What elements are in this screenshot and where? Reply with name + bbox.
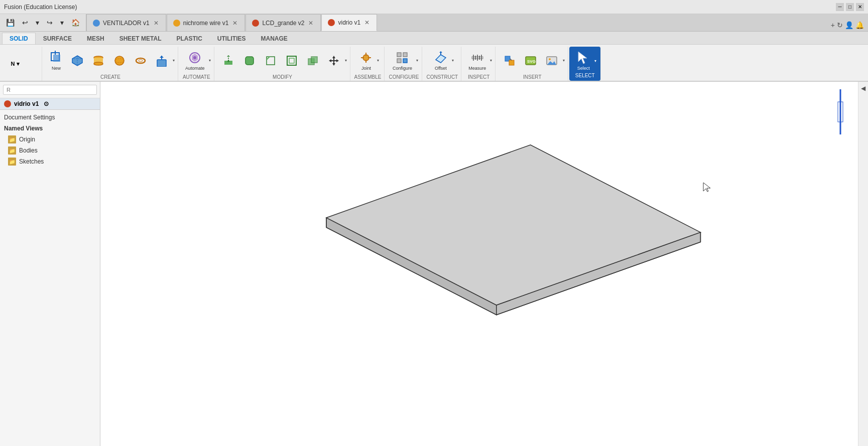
joint-icon: [359, 51, 373, 65]
construct-label: Offset: [435, 66, 447, 71]
ribbon-group-assemble: Joint ▾ ASSEMBLE: [351, 47, 385, 81]
measure-icon: [470, 51, 484, 65]
create-more-button[interactable]: [152, 52, 172, 70]
measure-label: Measure: [468, 66, 486, 71]
box-button[interactable]: [67, 52, 87, 70]
tab-label-lcd: LCD_grande v2: [262, 20, 304, 27]
tab-close-vidrio[interactable]: ✕: [363, 19, 370, 26]
tab-close-nichrome[interactable]: ✕: [231, 20, 238, 27]
automate-dropdown-arrow[interactable]: ▾: [209, 58, 211, 63]
fillet-button[interactable]: [239, 52, 260, 70]
configure-button[interactable]: Configure: [390, 49, 415, 73]
ribbon-group-create: New: [43, 47, 178, 81]
select-label: Select: [577, 66, 590, 71]
select-buttons: Select ▾: [573, 49, 596, 73]
tab-close-ventilador[interactable]: ✕: [153, 20, 160, 27]
undo-dropdown[interactable]: ▾: [33, 17, 42, 29]
assemble-buttons: Joint ▾: [356, 47, 379, 74]
insert-image-icon: [545, 54, 559, 68]
create-dropdown-arrow[interactable]: ▾: [173, 58, 175, 63]
visibility-icon[interactable]: ⊙: [44, 100, 49, 107]
ribbon-tab-utilities[interactable]: UTILITIES: [210, 33, 254, 44]
chamfer-icon: [264, 54, 278, 68]
select-button[interactable]: Select: [573, 49, 593, 73]
inspect-dropdown-arrow[interactable]: ▾: [490, 58, 492, 63]
close-button[interactable]: ✕: [856, 3, 864, 11]
automate-button[interactable]: Automate: [182, 49, 208, 73]
configure-icon: [395, 51, 409, 65]
svg-rect-25: [287, 56, 296, 65]
tree-item-origin[interactable]: 📁 Origin: [0, 134, 100, 145]
press-pull-button[interactable]: [218, 52, 238, 70]
tab-vidrio[interactable]: vidrio v1 ✕: [321, 14, 377, 31]
ribbon-tab-solid[interactable]: SOLID: [2, 33, 36, 44]
svg-text:SVG: SVG: [527, 59, 536, 64]
svg-marker-72: [703, 183, 710, 192]
fillet-icon: [242, 54, 257, 68]
tab-lcd[interactable]: LCD_grande v2 ✕: [245, 14, 321, 31]
refresh-button[interactable]: ↻: [837, 21, 843, 29]
tab-nichrome[interactable]: nichrome wire v1 ✕: [167, 14, 245, 31]
user-button[interactable]: 👤: [845, 21, 853, 29]
minimize-button[interactable]: ─: [836, 3, 844, 11]
measure-button[interactable]: Measure: [465, 49, 489, 73]
nav-gizmo[interactable]: [828, 87, 853, 138]
maximize-button[interactable]: □: [846, 3, 854, 11]
combine-button[interactable]: [303, 52, 323, 70]
notifications-button[interactable]: 🔔: [855, 21, 864, 29]
viewport[interactable]: [100, 82, 858, 446]
insert-derive-button[interactable]: [500, 52, 520, 70]
chamfer-button[interactable]: [261, 52, 281, 70]
insert-dropdown-arrow[interactable]: ▾: [563, 58, 565, 63]
ribbon-content: N ▾ New: [0, 45, 868, 81]
construct-plane-button[interactable]: Offset: [431, 49, 451, 73]
ribbon-tab-sheetmetal[interactable]: SHEET METAL: [112, 33, 169, 44]
undo-button[interactable]: ↩: [19, 17, 31, 29]
shell-icon: [285, 54, 299, 68]
ribbon-group-modify: ▾ MODIFY: [215, 47, 350, 81]
insert-buttons: SVG ▾: [500, 47, 565, 74]
sketches-folder-icon: 📁: [8, 158, 16, 166]
ribbon-tab-mesh[interactable]: MESH: [79, 33, 112, 44]
tree-item-sketches[interactable]: 📁 Sketches: [0, 156, 100, 167]
create-buttons: New: [46, 47, 175, 74]
redo-dropdown[interactable]: ▾: [57, 17, 67, 29]
torus-button[interactable]: [131, 52, 151, 70]
new-component-button[interactable]: New: [46, 49, 66, 73]
nav-gizmo-svg: [828, 87, 853, 137]
svg-point-10: [115, 56, 124, 65]
search-input[interactable]: [3, 85, 97, 95]
tree-item-bodies[interactable]: 📁 Bodies: [0, 145, 100, 156]
svg-rect-3: [53, 55, 60, 62]
select-dropdown-arrow[interactable]: ▾: [594, 59, 596, 63]
construct-dropdown-arrow[interactable]: ▾: [452, 58, 454, 63]
save-button[interactable]: 💾: [3, 17, 18, 29]
ribbon-tab-plastic[interactable]: PLASTIC: [169, 33, 209, 44]
modify-dropdown-arrow[interactable]: ▾: [345, 58, 347, 63]
sphere-button[interactable]: [109, 52, 130, 70]
joint-button[interactable]: Joint: [356, 49, 376, 73]
insert-image-button[interactable]: [542, 52, 562, 70]
tab-close-lcd[interactable]: ✕: [307, 20, 314, 27]
ribbon-tab-manage[interactable]: MANAGE: [253, 33, 295, 44]
shell-button[interactable]: [282, 52, 302, 70]
home-button[interactable]: 🏠: [68, 17, 83, 29]
move-button[interactable]: [324, 52, 344, 70]
new-tab-button[interactable]: +: [831, 21, 835, 29]
redo-button[interactable]: ↪: [44, 17, 56, 29]
workspace-selector[interactable]: N ▾: [6, 59, 24, 69]
cylinder-button[interactable]: [88, 52, 108, 70]
assemble-dropdown-arrow[interactable]: ▾: [377, 58, 379, 63]
ribbon-tab-surface[interactable]: SURFACE: [36, 33, 79, 44]
combine-icon: [306, 54, 320, 68]
svg-point-13: [139, 60, 143, 62]
insert-svg-button[interactable]: SVG: [521, 52, 541, 70]
tab-label-ventilador: VENTILADOR v1: [103, 20, 150, 27]
configure-dropdown-arrow[interactable]: ▾: [416, 58, 418, 63]
svg-rect-43: [403, 59, 407, 63]
right-panel-toggle[interactable]: ◀: [860, 84, 866, 93]
select-icon: [576, 51, 590, 65]
ribbon-group-configure: Configure ▾ CONFIGURE: [386, 47, 422, 81]
tab-ventilador[interactable]: VENTILADOR v1 ✕: [86, 14, 166, 31]
document-settings-item[interactable]: Document Settings: [0, 112, 100, 123]
